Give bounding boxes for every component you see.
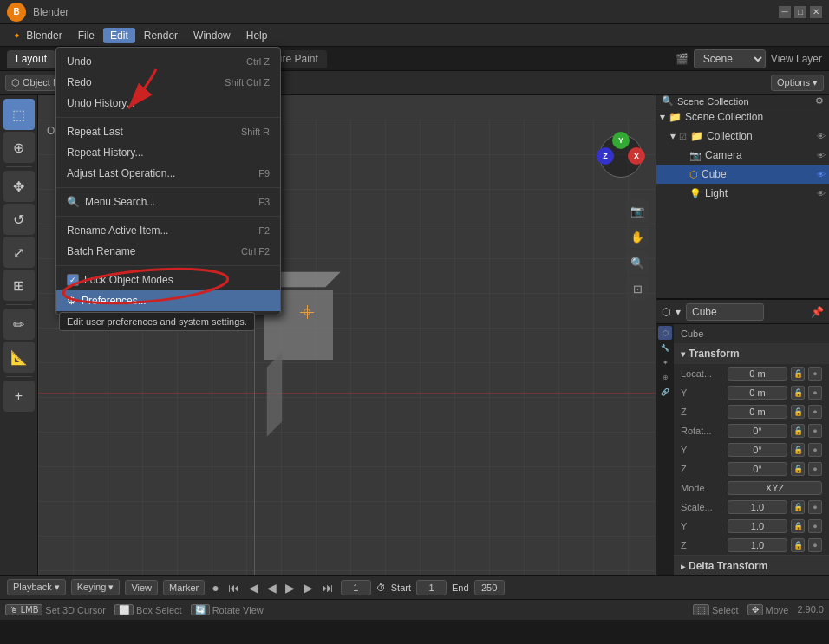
outliner-light[interactable]: ▾ 💡 Light 👁 xyxy=(656,184,829,203)
repeat-last-item[interactable]: Repeat Last Shift R xyxy=(56,121,280,142)
particle-props-tab[interactable]: ✦ xyxy=(658,355,672,369)
rot-x-dot[interactable]: ● xyxy=(808,424,822,438)
pin-icon[interactable]: 📌 xyxy=(811,306,824,318)
visibility-icon[interactable]: 👁 xyxy=(817,132,826,141)
outliner-scene-collection[interactable]: ▾ 📁 Scene Collection xyxy=(656,107,829,127)
loc-z-lock[interactable]: 🔒 xyxy=(791,405,805,419)
scale-y-lock[interactable]: 🔒 xyxy=(791,519,805,533)
tab-layout[interactable]: Layout xyxy=(7,50,55,68)
loc-z-value[interactable]: 0 m xyxy=(728,405,787,419)
lock-object-modes-item[interactable]: ✓ Lock Object Modes xyxy=(56,270,280,290)
scale-z-lock[interactable]: 🔒 xyxy=(791,538,805,552)
rot-z-value[interactable]: 0° xyxy=(728,462,787,476)
play-reverse-btn[interactable]: ◀ xyxy=(265,581,278,595)
current-frame[interactable]: 1 xyxy=(341,580,371,595)
scale-z-dot[interactable]: ● xyxy=(808,538,822,552)
end-frame[interactable]: 250 xyxy=(474,580,505,595)
menu-render[interactable]: Render xyxy=(137,28,185,43)
constraints-props-tab[interactable]: 🔗 xyxy=(658,385,672,399)
menu-window[interactable]: Window xyxy=(186,28,238,43)
rot-z-dot[interactable]: ● xyxy=(808,462,822,476)
visibility-icon[interactable]: 👁 xyxy=(817,170,826,179)
pan-view-btn[interactable]: ✋ xyxy=(626,225,649,248)
undo-item[interactable]: Undo Ctrl Z xyxy=(56,51,280,72)
rot-y-lock[interactable]: 🔒 xyxy=(791,443,805,457)
marker-menu[interactable]: Marker xyxy=(163,580,205,595)
scale-z-value[interactable]: 1.0 xyxy=(728,538,787,552)
rot-z-lock[interactable]: 🔒 xyxy=(791,462,805,476)
camera-view-btn[interactable]: 📷 xyxy=(626,199,649,222)
rename-active-item[interactable]: Rename Active Item... F2 xyxy=(56,220,280,241)
menu-help[interactable]: Help xyxy=(239,28,275,43)
physics-props-tab[interactable]: ⊕ xyxy=(658,370,672,384)
preferences-item[interactable]: ⚙ Preferences... xyxy=(56,290,280,311)
scale-x-value[interactable]: 1.0 xyxy=(728,500,787,514)
orthographic-btn[interactable]: ⊡ xyxy=(626,277,649,300)
loc-z-dot[interactable]: ● xyxy=(808,405,822,419)
maximize-button[interactable]: □ xyxy=(794,6,806,18)
repeat-history-item[interactable]: Repeat History... xyxy=(56,142,280,163)
scale-y-dot[interactable]: ● xyxy=(808,519,822,533)
start-frame[interactable]: 1 xyxy=(416,580,447,595)
rot-y-value[interactable]: 0° xyxy=(728,443,787,457)
adjust-last-item[interactable]: Adjust Last Operation... F9 xyxy=(56,163,280,184)
outliner-collection[interactable]: ▾ ☑ 📁 Collection 👁 xyxy=(656,127,829,146)
gizmo-z-axis[interactable]: Z xyxy=(597,147,614,165)
outliner-camera[interactable]: ▾ 📷 Camera 👁 xyxy=(656,146,829,165)
scale-x-lock[interactable]: 🔒 xyxy=(791,500,805,514)
loc-y-value[interactable]: 0 m xyxy=(728,386,787,400)
object-props-tab[interactable]: ⬡ xyxy=(658,326,672,340)
next-frame-btn[interactable]: ▶ xyxy=(302,581,315,595)
jump-end-btn[interactable]: ⏭ xyxy=(320,581,336,595)
view-menu[interactable]: View xyxy=(125,580,158,595)
outliner-filter-icon[interactable]: ⚙ xyxy=(815,95,824,107)
visibility-icon[interactable]: 👁 xyxy=(817,189,826,198)
menu-search-item[interactable]: 🔍 Menu Search... F3 xyxy=(56,192,280,212)
move-tool-btn[interactable]: ✥ xyxy=(3,171,35,202)
scale-x-dot[interactable]: ● xyxy=(808,500,822,514)
rot-mode-value[interactable]: XYZ xyxy=(728,481,822,495)
add-tool-btn[interactable]: + xyxy=(3,381,35,412)
gizmo-y-axis[interactable]: Y xyxy=(612,132,630,149)
playback-menu[interactable]: Playback ▾ xyxy=(7,579,66,595)
modifier-props-tab[interactable]: 🔧 xyxy=(658,341,672,355)
redo-item[interactable]: Redo Shift Ctrl Z xyxy=(56,72,280,93)
play-btn[interactable]: ▶ xyxy=(284,581,297,595)
visibility-icon[interactable]: 👁 xyxy=(817,151,826,160)
menu-file[interactable]: File xyxy=(71,28,101,43)
scene-selector[interactable]: Scene xyxy=(694,49,766,68)
rotate-tool-btn[interactable]: ↺ xyxy=(3,204,35,235)
delta-transform-header[interactable]: ▸ Delta Transform xyxy=(674,556,829,575)
menu-edit[interactable]: Edit xyxy=(103,28,135,43)
rot-y-dot[interactable]: ● xyxy=(808,443,822,457)
minimize-button[interactable]: ─ xyxy=(779,6,791,18)
undo-history-item[interactable]: Undo History... xyxy=(56,93,280,114)
measure-tool-btn[interactable]: 📐 xyxy=(3,342,35,373)
scale-tool-btn[interactable]: ⤢ xyxy=(3,237,35,268)
loc-x-lock[interactable]: 🔒 xyxy=(791,367,805,381)
keying-menu[interactable]: Keying ▾ xyxy=(71,579,121,595)
jump-start-btn[interactable]: ⏮ xyxy=(226,581,242,595)
zoom-view-btn[interactable]: 🔍 xyxy=(626,251,649,274)
select-tool-btn[interactable]: ⬚ xyxy=(3,99,35,130)
scale-y-value[interactable]: 1.0 xyxy=(728,519,787,533)
batch-rename-item[interactable]: Batch Rename Ctrl F2 xyxy=(56,241,280,262)
rot-x-lock[interactable]: 🔒 xyxy=(791,424,805,438)
rot-x-value[interactable]: 0° xyxy=(728,424,787,438)
playback-dot[interactable]: ● xyxy=(210,581,220,595)
gizmo-x-axis[interactable]: X xyxy=(628,147,645,165)
viewport-overlay-btn[interactable]: Options ▾ xyxy=(771,75,824,91)
annotate-tool-btn[interactable]: ✏ xyxy=(3,309,35,340)
object-name-input[interactable] xyxy=(686,303,764,321)
navigation-gizmo[interactable]: X Y Z xyxy=(595,130,647,182)
prev-frame-btn[interactable]: ◀ xyxy=(247,581,260,595)
transform-section-header[interactable]: ▾ Transform xyxy=(674,343,829,364)
outliner-cube[interactable]: ▾ ⬡ Cube 👁 xyxy=(656,165,829,184)
loc-x-dot[interactable]: ● xyxy=(808,367,822,381)
transform-tool-btn[interactable]: ⊞ xyxy=(3,270,35,301)
loc-y-lock[interactable]: 🔒 xyxy=(791,386,805,400)
menu-blender[interactable]: 🔸 Blender xyxy=(3,28,69,43)
close-button[interactable]: ✕ xyxy=(810,6,822,18)
loc-y-dot[interactable]: ● xyxy=(808,386,822,400)
loc-x-value[interactable]: 0 m xyxy=(728,367,787,381)
